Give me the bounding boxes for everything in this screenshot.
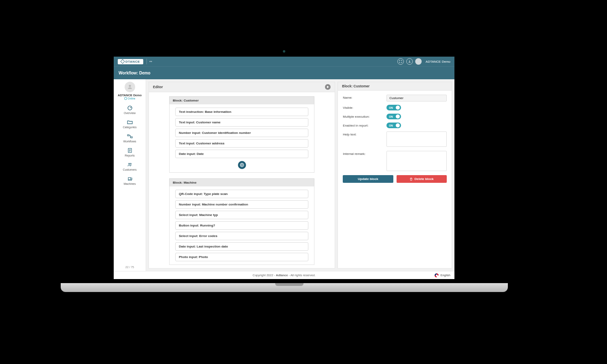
update-block-label: Update block: [358, 177, 378, 181]
language-selector[interactable]: English: [435, 273, 450, 277]
sidebar-item-label: Workflows: [123, 140, 136, 143]
sidebar-item-label: Customers: [123, 168, 137, 171]
block-item[interactable]: Button input: Running?: [175, 221, 308, 230]
user-name-label: ADTANCE Demo: [426, 60, 450, 63]
svg-rect-2: [131, 137, 132, 138]
add-item-button[interactable]: [238, 161, 246, 169]
expand-icon: [399, 60, 402, 63]
menu-toggle-button[interactable]: [146, 59, 152, 64]
delete-block-label: Delete block: [414, 177, 433, 181]
editor-panel-header: Editor: [149, 82, 335, 92]
block-item[interactable]: Number input: Customer identification nu…: [175, 129, 308, 137]
block-item[interactable]: Text input: Customer address: [175, 139, 308, 148]
sidebar-item-reports[interactable]: Reports: [114, 146, 146, 159]
sidebar-item-label: Reports: [125, 154, 135, 157]
report-icon: [127, 148, 133, 153]
properties-panel-title: Block: Customer: [342, 84, 369, 88]
sidebar-item-label: Categories: [123, 126, 137, 129]
sidebar-item-workflows[interactable]: Workflows: [114, 131, 146, 145]
block-title: Block: Machine: [169, 178, 314, 186]
sidebar-item-customers[interactable]: Customers: [114, 160, 146, 173]
help-text-input[interactable]: [386, 131, 447, 147]
update-block-button[interactable]: Update block: [343, 175, 393, 183]
prop-help-label: Help text:: [343, 131, 383, 136]
svg-rect-1: [127, 135, 129, 136]
multi-toggle[interactable]: ON: [386, 114, 401, 119]
brand-logo[interactable]: DTANCE: [118, 59, 143, 64]
sidebar-user-status: Online: [124, 97, 136, 100]
play-icon: [326, 85, 329, 89]
block-item[interactable]: Number input: Machine number confirmatio…: [175, 200, 308, 209]
footer-copy-post: - All rights reserved.: [288, 273, 315, 277]
sidebar-item-label: Machines: [124, 182, 136, 185]
footer-copyright: Copyright 2022 - Adtance - All rights re…: [253, 273, 316, 277]
prop-internal-remark: Internal remark:: [343, 151, 447, 172]
block-item[interactable]: Select input: Error codes: [175, 232, 308, 240]
laptop-base: [61, 283, 508, 292]
block-item[interactable]: QR-Code input: Type plate scan: [175, 190, 308, 198]
toggle-knob: [396, 106, 400, 110]
delete-block-button[interactable]: Delete block: [397, 175, 447, 183]
camera-dot: [283, 50, 285, 53]
remark-input[interactable]: [386, 151, 447, 171]
prop-enabled-report: Enabled in report: ON: [343, 123, 447, 128]
block-item[interactable]: Select input: Machine typ: [175, 211, 308, 219]
language-label: English: [440, 273, 450, 277]
enabled-toggle[interactable]: ON: [386, 123, 401, 128]
toggle-knob: [396, 114, 400, 119]
properties-panel-body: Name: Visible: ON: [338, 91, 452, 187]
arrows-h-icon: [149, 59, 152, 63]
sidebar-pager: 22 / 75: [125, 263, 134, 271]
download-button[interactable]: [406, 58, 413, 65]
download-icon: [408, 60, 411, 63]
svg-point-5: [130, 163, 131, 165]
toggle-label: ON: [389, 106, 393, 109]
screen: DTANCE ADTANCE Demo: [114, 57, 454, 279]
prop-multi-label: Multiple execution:: [343, 114, 383, 119]
prop-name: Name:: [343, 95, 447, 102]
trash-icon: [410, 178, 413, 181]
body: ADTANCE Demo Online Overview Categories …: [114, 79, 454, 271]
sidebar-item-machines[interactable]: Machines: [114, 174, 146, 187]
block-item[interactable]: Text input: Customer name: [175, 118, 308, 127]
properties-panel-header: Block: Customer: [338, 82, 452, 91]
topbar: DTANCE ADTANCE Demo: [114, 57, 454, 66]
toggle-label: ON: [389, 115, 393, 118]
sidebar-avatar: [125, 82, 135, 92]
fullscreen-button[interactable]: [397, 58, 404, 65]
prop-enabled-label: Enabled in report:: [343, 123, 383, 127]
laptop-bezel: DTANCE ADTANCE Demo: [107, 42, 461, 285]
editor-panel-body: Block: Customer Text instruction: Base i…: [149, 92, 335, 268]
prop-multiple-execution: Multiple execution: ON: [343, 114, 447, 119]
brand-diamond-icon: [120, 59, 125, 63]
play-button[interactable]: [325, 84, 331, 90]
sidebar-item-categories[interactable]: Categories: [114, 117, 146, 131]
footer: Copyright 2022 - Adtance - All rights re…: [114, 271, 454, 279]
properties-panel: Block: Customer Name: Visible:: [337, 82, 452, 269]
footer-copy-brand: Adtance: [276, 273, 288, 277]
block-machine[interactable]: Block: Machine QR-Code input: Type plate…: [169, 178, 314, 265]
block-item[interactable]: Photo input: Photo: [175, 253, 308, 261]
prop-help-text: Help text:: [343, 131, 447, 148]
prop-remark-label: Internal remark:: [343, 151, 383, 156]
block-title: Block: Customer: [169, 96, 314, 104]
sidebar-item-overview[interactable]: Overview: [114, 103, 146, 116]
topbar-left: DTANCE: [118, 59, 152, 64]
plus-circle-icon: [240, 163, 244, 167]
footer-copy-pre: Copyright 2022 -: [253, 273, 276, 277]
name-input[interactable]: [386, 95, 447, 102]
main: Editor Block: Customer Text instruction:…: [146, 79, 454, 271]
visible-toggle[interactable]: ON: [386, 105, 401, 110]
user-avatar[interactable]: [415, 58, 422, 65]
block-item[interactable]: Date input: Date: [175, 150, 308, 158]
prop-visible-label: Visible:: [343, 105, 383, 110]
machine-icon: [127, 176, 133, 182]
sidebar-item-label: Overview: [124, 112, 136, 114]
toggle-knob: [396, 123, 400, 127]
block-item[interactable]: Date input: Last inspection date: [175, 242, 308, 251]
block-customer[interactable]: Block: Customer Text instruction: Base i…: [169, 96, 314, 173]
folder-icon: [127, 119, 133, 125]
brand-text: DTANCE: [125, 60, 140, 63]
prop-visible: Visible: ON: [343, 105, 447, 110]
block-item[interactable]: Text instruction: Base information: [175, 108, 308, 116]
